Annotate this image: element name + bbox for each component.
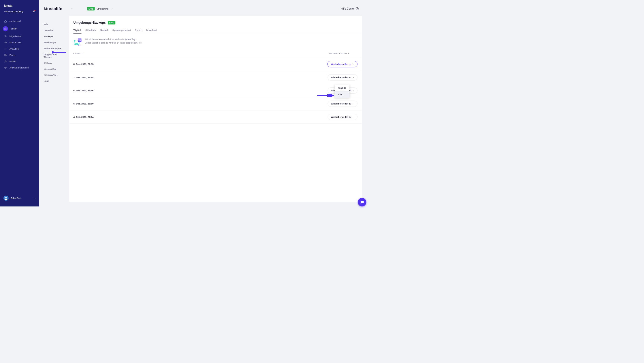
restore-button[interactable]: Wiederherstellen zu	[328, 61, 357, 67]
help-center-link[interactable]: Hilfe-Center ?	[341, 7, 359, 10]
subnav-logs[interactable]: Logs	[44, 78, 65, 84]
backup-date: 7. Dez. 2021, 21:58	[73, 76, 94, 79]
nav-label: Seiten	[11, 27, 17, 30]
dropdown-live[interactable]: Live	[335, 91, 349, 98]
annotation-arrow-icon	[52, 51, 66, 53]
subnav-domains[interactable]: Domains	[44, 27, 65, 33]
backup-date: 8. Dez. 2021, 22:03	[73, 63, 94, 65]
backups-panel: Umgebungs-Backups LIVE Täglich Stündlich…	[69, 16, 362, 202]
help-tooltip-icon[interactable]: ?	[139, 42, 142, 44]
help-center-label: Hilfe-Center	[341, 7, 355, 10]
nav-company[interactable]: Firma	[0, 52, 39, 58]
analytics-icon	[4, 47, 7, 50]
subnav-cdn[interactable]: Kinsta CDN	[44, 66, 65, 72]
svg-marker-1	[4, 28, 7, 29]
subnav-tools[interactable]: Werkzeuge	[44, 40, 65, 46]
svg-point-7	[5, 197, 7, 198]
live-badge: LIVE	[87, 7, 95, 11]
tab-system[interactable]: System generiert	[112, 29, 131, 34]
nav-users[interactable]: Nutzer	[0, 58, 39, 65]
chevron-down-icon[interactable]	[111, 8, 113, 10]
backup-date: 4. Dez. 2021, 21:24	[73, 116, 94, 118]
chevron-down-icon	[71, 8, 73, 10]
restore-button[interactable]: Wiederherstellen zu	[328, 101, 357, 107]
backup-date: 6. Dez. 2021, 21:46	[73, 89, 94, 92]
tab-manual[interactable]: Manuell	[100, 29, 108, 34]
nav-label: Firma	[10, 54, 15, 56]
database-calendar-icon	[73, 38, 82, 46]
nav-activity[interactable]: Aktivitätenprotokoll	[0, 65, 39, 71]
topbar: kinstalife LIVE Umgebung Hilfe-Center ?	[39, 0, 366, 16]
svg-rect-14	[80, 40, 81, 41]
site-subnav: Info Domains Backups Werkzeuge Weiterlei…	[44, 16, 65, 202]
help-icon: ?	[356, 7, 358, 10]
user-name: John Doe	[11, 197, 21, 199]
nav-label: Kinsta DNS	[10, 41, 21, 44]
chevron-up-icon	[34, 197, 36, 199]
sidebar: kinsta Awesome Company Dashboard Seiten …	[0, 0, 39, 206]
svg-rect-4	[6, 55, 6, 56]
site-selector[interactable]: kinstalife	[44, 6, 73, 11]
tab-hourly[interactable]: Stündlich	[86, 29, 96, 34]
chevron-down-icon	[353, 103, 354, 104]
svg-point-5	[5, 61, 6, 61]
backup-row: 4. Dez. 2021, 21:24 Wiederherstellen zu	[69, 111, 362, 124]
chevron-down-icon	[353, 116, 354, 118]
svg-rect-12	[78, 40, 79, 41]
subnav-redirects[interactable]: Weiterleitungen	[44, 46, 65, 52]
nav-dashboard[interactable]: Dashboard	[0, 18, 39, 24]
eye-icon	[4, 66, 7, 69]
nav-label: Analytics	[10, 48, 19, 50]
svg-text:kinsta: kinsta	[4, 4, 13, 8]
migration-icon	[4, 35, 7, 38]
main-nav: Dashboard Seiten Migrationen Kinsta DNS …	[0, 18, 39, 71]
backup-row: 8. Dez. 2021, 22:03 Wiederherstellen zu	[69, 57, 362, 71]
environment-label: Umgebung	[96, 7, 108, 10]
subnav-backups[interactable]: Backups	[44, 33, 65, 40]
chevron-down-icon	[353, 77, 354, 78]
backup-date: 5. Dez. 2021, 21:30	[73, 102, 94, 105]
tab-daily[interactable]: Täglich	[73, 29, 82, 34]
notifications-icon[interactable]	[33, 10, 35, 13]
svg-rect-3	[5, 54, 6, 56]
home-icon	[4, 20, 7, 23]
panel-title: Umgebungs-Backups	[73, 21, 106, 25]
backup-row: 7. Dez. 2021, 21:58 Wiederherstellen zu	[69, 71, 362, 84]
subnav-apm[interactable]: Kinsta APM	[44, 72, 65, 78]
building-icon	[4, 54, 7, 56]
backup-row: 5. Dez. 2021, 21:30 Wiederherstellen zu	[69, 97, 362, 110]
restore-button[interactable]: Wiederherstellen zu	[328, 114, 357, 120]
brand-logo: kinsta	[0, 4, 39, 8]
nav-migrations[interactable]: Migrationen	[0, 33, 39, 39]
svg-point-6	[5, 67, 6, 68]
dropdown-staging[interactable]: Staging	[335, 85, 349, 91]
column-created: ERSTELLT	[73, 53, 83, 55]
company-name: Awesome Company	[4, 11, 23, 13]
nav-label: Aktivitätenprotokoll	[10, 66, 29, 69]
column-restore: WIEDERHERSTELLEN	[329, 53, 349, 55]
subnav-info[interactable]: Info	[44, 21, 65, 27]
layers-icon	[3, 26, 8, 31]
tab-extern[interactable]: Extern	[135, 29, 142, 34]
user-menu[interactable]: John Doe	[0, 194, 39, 202]
nav-analytics[interactable]: Analytics	[0, 46, 39, 52]
apm-badge-icon	[57, 74, 59, 76]
users-icon	[4, 60, 7, 63]
tab-download[interactable]: Download	[146, 29, 157, 34]
annotation-arrow-icon	[317, 94, 334, 97]
nav-sites[interactable]: Seiten	[0, 24, 39, 33]
dns-icon	[4, 41, 7, 44]
nav-dns[interactable]: Kinsta DNS	[0, 39, 39, 46]
svg-rect-13	[79, 40, 80, 41]
info-text: Wir sichern automatisch Ihre Webseite je…	[85, 38, 141, 45]
restore-button[interactable]: Wiederherstellen zu	[328, 74, 357, 80]
chevron-down-icon	[353, 90, 354, 91]
backup-tabs: Täglich Stündlich Manuell System generie…	[69, 29, 362, 34]
chat-fab[interactable]	[358, 198, 366, 206]
subnav-ipdeny[interactable]: IP Deny	[44, 60, 65, 66]
nav-label: Migrationen	[10, 35, 22, 38]
svg-point-2	[6, 42, 7, 43]
avatar	[4, 196, 9, 201]
nav-label: Dashboard	[10, 20, 21, 23]
restore-dropdown: Staging Live	[335, 85, 349, 98]
